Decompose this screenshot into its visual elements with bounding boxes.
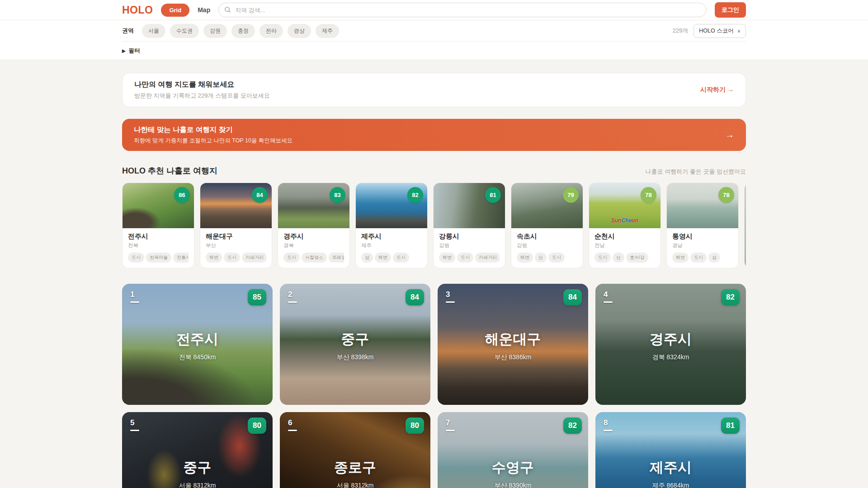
destination-meta: 부산 8390km xyxy=(495,482,532,488)
destination-name: 종로구 xyxy=(334,458,376,477)
tag-list: 해변도시카페거리 xyxy=(439,253,500,263)
ranked-destination-card[interactable]: 8 81 제주시 제주 8684km xyxy=(595,412,746,488)
tag-chip: 카페거리 xyxy=(475,253,500,263)
destination-region: 강원 xyxy=(517,242,577,249)
holo-score-badge: 82 xyxy=(407,187,423,203)
tag-list: 해변도시카페거리 xyxy=(206,253,266,263)
suncheon-watermark: SunCheon xyxy=(611,217,638,224)
tag-chip: 해변 xyxy=(672,253,689,263)
destination-name: 전주시 xyxy=(128,232,189,241)
tag-chip: 도시 xyxy=(548,253,565,263)
region-chip[interactable]: 전라 xyxy=(259,24,283,38)
tag-chip: 섬 xyxy=(708,253,720,263)
recommend-card[interactable]: 82 제주시 제주 섬해변도시 xyxy=(355,183,428,268)
tag-list: 도시한옥마을전통시장 xyxy=(128,253,189,263)
tag-chip: 한옥마을 xyxy=(146,253,171,263)
region-chip[interactable]: 충청 xyxy=(231,24,255,38)
ranked-destination-card[interactable]: 3 84 해운대구 부산 8386km xyxy=(438,284,588,405)
travel-map-banner[interactable]: 나만의 여행 지도를 채워보세요 방문한 지역을 기록하고 229개 스탬프를 … xyxy=(122,73,746,107)
destination-photo: 78 xyxy=(667,183,738,228)
destination-region: 전남 xyxy=(594,242,655,249)
holo-score-badge: 81 xyxy=(485,187,501,203)
destination-photo: 81 xyxy=(434,183,505,228)
destination-meta: 전북 8450km xyxy=(179,353,216,361)
destination-meta: 서울 8312km xyxy=(179,482,216,488)
recommend-section-subtitle: 나홀로 여행하기 좋은 곳을 엄선했어요 xyxy=(646,168,746,176)
holo-score-badge: 78 xyxy=(718,187,734,203)
region-chip[interactable]: 제주 xyxy=(316,24,339,38)
tag-chip: 전통시장 xyxy=(173,253,189,263)
destination-region: 강원 xyxy=(439,242,500,249)
holo-score-badge: 84 xyxy=(252,187,268,203)
tag-chip: 해변 xyxy=(375,253,391,263)
ranked-destination-card[interactable]: 4 82 경주시 경북 8324km xyxy=(595,284,746,405)
start-cta-link[interactable]: 시작하기 → xyxy=(700,86,734,94)
tag-chip: 사찰명소 xyxy=(302,253,327,263)
region-chip[interactable]: 경상 xyxy=(288,24,311,38)
tag-chip: 호수/강 xyxy=(626,253,648,263)
match-finder-banner-subtitle: 취향에 맞게 가중치를 조절하고 나만의 TOP 10을 확인해보세요 xyxy=(134,137,292,145)
holo-score-badge: 83 xyxy=(330,187,345,203)
destination-meta: 경북 8324km xyxy=(652,353,689,361)
tag-list: 도시사찰명소트레일 xyxy=(283,253,344,263)
destination-photo: 79 xyxy=(511,183,583,228)
view-toggle-grid[interactable]: Grid xyxy=(161,4,189,17)
region-search-input[interactable] xyxy=(218,3,707,17)
recommend-card[interactable]: 86 전주시 전북 도시한옥마을전통시장 xyxy=(122,183,194,268)
recommend-card[interactable]: 78 SunCheon 순천시 전남 도시산호수/강 xyxy=(589,183,661,268)
top-header: HOLO Grid Map 로그인 xyxy=(0,0,868,20)
search-bar xyxy=(218,3,707,17)
destination-name: 중구 xyxy=(341,330,369,349)
destination-meta: 제주 8684km xyxy=(652,482,689,488)
tag-chip: 도시 xyxy=(690,253,707,263)
recommend-card[interactable]: 83 경주시 경북 도시사찰명소트레일 xyxy=(278,183,350,268)
tag-list: 해변산도시 xyxy=(517,253,577,263)
ranked-destination-card[interactable]: 7 82 수영구 부산 8390km xyxy=(438,412,588,488)
sort-select[interactable]: HOLO 스코어 ∨ xyxy=(693,24,746,38)
destination-photo xyxy=(745,183,746,267)
destination-region: 경남 xyxy=(672,242,733,249)
recommend-carousel: 86 전주시 전북 도시한옥마을전통시장 84 해운대구 부산 해변도시카페거리… xyxy=(122,183,746,268)
recommend-card[interactable]: 81 강릉시 강원 해변도시카페거리 xyxy=(433,183,505,268)
tag-chip: 도시 xyxy=(594,253,611,263)
destination-region: 전북 xyxy=(128,242,189,249)
match-finder-banner[interactable]: 나한테 맞는 나홀로 여행지 찾기 취향에 맞게 가중치를 조절하고 나만의 T… xyxy=(122,119,746,151)
recommend-card-partial[interactable] xyxy=(744,183,746,268)
region-chip-list: 서울수도권강원충청전라경상제주 xyxy=(142,24,339,38)
sort-select-value: HOLO 스코어 xyxy=(699,27,733,35)
holo-logo[interactable]: HOLO xyxy=(122,4,153,16)
region-chip[interactable]: 수도권 xyxy=(170,24,199,38)
holo-score-badge: 86 xyxy=(174,187,190,203)
destination-meta: 서울 8312km xyxy=(337,482,374,488)
tag-chip: 도시 xyxy=(457,253,473,263)
ranked-destination-card[interactable]: 1 85 전주시 전북 8450km xyxy=(122,284,273,405)
view-toggle-map[interactable]: Map xyxy=(198,6,210,14)
destination-name: 제주시 xyxy=(361,232,422,241)
ranked-destination-card[interactable]: 5 80 중구 서울 8312km xyxy=(122,412,273,488)
tag-chip: 도시 xyxy=(224,253,240,263)
tag-list: 도시산호수/강 xyxy=(594,253,655,263)
login-button[interactable]: 로그인 xyxy=(715,2,746,18)
destination-name: 제주시 xyxy=(650,458,692,477)
recommend-card[interactable]: 84 해운대구 부산 해변도시카페거리 xyxy=(200,183,272,268)
region-chip[interactable]: 서울 xyxy=(142,24,165,38)
filter-toggle-button[interactable]: ▶ 필터 xyxy=(122,47,140,55)
tag-list: 해변도시섬 xyxy=(672,253,733,263)
destination-name: 중구 xyxy=(184,458,212,477)
recommend-section-title: HOLO 추천 나홀로 여행지 xyxy=(122,165,217,176)
tag-chip: 해변 xyxy=(517,253,533,263)
tag-list: 섬해변도시 xyxy=(361,253,422,263)
ranked-destination-card[interactable]: 6 80 종로구 서울 8312km xyxy=(280,412,430,488)
destination-photo: 83 xyxy=(278,183,349,228)
region-chip[interactable]: 강원 xyxy=(203,24,227,38)
tag-chip: 산 xyxy=(535,253,547,263)
recommend-card[interactable]: 79 속초시 강원 해변산도시 xyxy=(511,183,583,268)
destination-name: 경주시 xyxy=(650,330,692,349)
destination-photo: 82 xyxy=(356,183,427,228)
destination-name: 순천시 xyxy=(594,232,655,241)
tag-chip: 도시 xyxy=(393,253,409,263)
recommend-card[interactable]: 78 통영시 경남 해변도시섬 xyxy=(666,183,739,268)
tag-chip: 해변 xyxy=(439,253,455,263)
holo-score-badge: 78 xyxy=(641,187,656,203)
ranked-destination-card[interactable]: 2 84 중구 부산 8398km xyxy=(280,284,430,405)
